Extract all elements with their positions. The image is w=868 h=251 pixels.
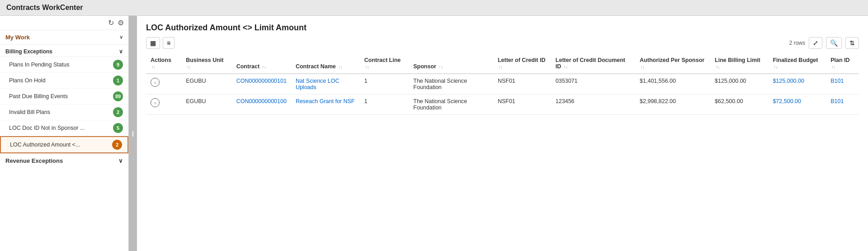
- revenue-exceptions-chevron: ∨: [118, 157, 123, 164]
- cell-letter_of_credit_doc_id-0: 0353071: [551, 74, 635, 95]
- cell-contract_name-0: Nat Science LOC Uploads: [291, 74, 360, 95]
- cell-contract-1: CON000000000100: [232, 95, 291, 115]
- contract-name-link-0[interactable]: Nat Science LOC Uploads: [296, 78, 340, 90]
- col-header-contract_line: Contract Line ↑↓: [360, 53, 409, 74]
- sidebar-items: Plans In Pending Status 9 Plans On Hold …: [0, 57, 128, 153]
- badge-loc-doc-id: 5: [113, 123, 123, 133]
- col-header-finalized_budget: Finalized Budget ↑↓: [768, 53, 826, 74]
- sort-arrows-business_unit[interactable]: ↑↓: [187, 65, 191, 69]
- sidebar-item-past-due[interactable]: Past Due Billing Events 89: [0, 89, 128, 104]
- sort-arrows-line_billing_limit[interactable]: ↑↓: [716, 65, 720, 69]
- sort-button[interactable]: ⇅: [845, 37, 859, 49]
- sort-arrows-sponsor[interactable]: ↑↓: [439, 65, 443, 69]
- cell-contract_line-0: 1: [360, 74, 409, 95]
- table-row: ○EGUBUCON000000000100Reseach Grant for N…: [146, 95, 859, 115]
- cell-contract-0: CON000000000101: [232, 74, 291, 95]
- col-header-contract: Contract ↑↓: [232, 53, 291, 74]
- toolbar: ▦ ≡ 2 rows ⤢ 🔍 ⇅: [146, 37, 859, 49]
- col-header-sponsor: Sponsor ↑↓: [409, 53, 493, 74]
- col-header-letter_of_credit_doc_id: Letter of Credit Document ID ↑↓: [551, 53, 635, 74]
- sort-arrows-letter_of_credit_id[interactable]: ↑↓: [499, 65, 503, 69]
- sidebar: ↻ ⚙ My Work ∨ Billing Exceptions ∨ Plans…: [0, 16, 129, 251]
- cell-plan_id-1: B101: [826, 95, 859, 115]
- cell-authorized_per_sponsor-1: $2,998,822.00: [635, 95, 710, 115]
- sidebar-item-loc-authorized[interactable]: LOC Authorized Amount <... 2: [0, 136, 128, 153]
- cell-sponsor-1: The National Science Foundation: [409, 95, 493, 115]
- sidebar-item-label-invalid-bill: Invalid Bill Plans: [9, 109, 113, 115]
- my-work-header[interactable]: My Work ∨: [0, 30, 128, 45]
- cell-plan_id-0: B101: [826, 74, 859, 95]
- sort-arrows-contract[interactable]: ↑↓: [262, 65, 266, 69]
- col-header-business_unit: Business Unit ↑↓: [181, 53, 232, 74]
- contract-link-1[interactable]: CON000000000100: [236, 98, 287, 104]
- col-header-actions: Actions ↑↓: [146, 53, 181, 74]
- cell-line_billing_limit-1: $62,500.00: [710, 95, 768, 115]
- cell-contract_name-1: Reseach Grant for NSF: [291, 95, 360, 115]
- col-header-contract_name: Contract Name ↑↓: [291, 53, 360, 74]
- plan-id-link-0[interactable]: B101: [830, 78, 844, 84]
- cell-line_billing_limit-0: $125,000.00: [710, 74, 768, 95]
- sidebar-item-label-plans-pending: Plans In Pending Status: [9, 62, 113, 68]
- expand-button[interactable]: ⤢: [809, 37, 822, 49]
- contract-name-link-1[interactable]: Reseach Grant for NSF: [296, 98, 355, 104]
- page-title: LOC Authorized Amount <> Limit Amount: [146, 23, 859, 33]
- col-header-authorized_per_sponsor: Authorized Per Sponsor ↑↓: [635, 53, 710, 74]
- search-button[interactable]: 🔍: [826, 37, 842, 49]
- revenue-exceptions-label: Revenue Exceptions: [5, 157, 63, 164]
- chart-button[interactable]: ▦: [146, 37, 160, 49]
- sidebar-item-loc-doc-id[interactable]: LOC Doc ID Not in Sponsor ... 5: [0, 120, 128, 136]
- badge-past-due: 89: [113, 91, 123, 101]
- cell-letter_of_credit_doc_id-1: 123456: [551, 95, 635, 115]
- sort-arrows-contract_line[interactable]: ↑↓: [365, 65, 369, 69]
- billing-exceptions-header[interactable]: Billing Exceptions ∨: [0, 45, 128, 57]
- filter-button[interactable]: ≡: [163, 37, 175, 49]
- sidebar-top-icons: ↻ ⚙: [0, 16, 128, 30]
- main-content: LOC Authorized Amount <> Limit Amount ▦ …: [137, 16, 868, 251]
- plan-id-link-1[interactable]: B101: [830, 98, 844, 104]
- cell-authorized_per_sponsor-0: $1,401,556.00: [635, 74, 710, 95]
- sort-arrows-finalized_budget[interactable]: ↑↓: [774, 65, 778, 69]
- badge-loc-authorized: 2: [112, 140, 122, 150]
- action-icon-0[interactable]: ○: [151, 78, 160, 87]
- finalized-budget-link-0[interactable]: $125,000.00: [773, 78, 804, 84]
- my-work-label: My Work: [5, 34, 30, 41]
- cell-finalized_budget-0: $125,000.00: [768, 74, 826, 95]
- sidebar-item-invalid-bill[interactable]: Invalid Bill Plans 2: [0, 104, 128, 120]
- table-header: Actions ↑↓Business Unit ↑↓Contract ↑↓Con…: [146, 53, 859, 74]
- billing-exceptions-chevron: ∨: [119, 48, 123, 55]
- sort-arrows-letter_of_credit_doc_id[interactable]: ↑↓: [564, 65, 568, 69]
- sort-arrows-contract_name[interactable]: ↑↓: [338, 65, 342, 69]
- contract-link-0[interactable]: CON000000000101: [236, 78, 287, 84]
- row-count: 2 rows: [789, 40, 805, 46]
- cell-letter_of_credit_id-0: NSF01: [493, 74, 551, 95]
- table-body: ○EGUBUCON000000000101Nat Science LOC Upl…: [146, 74, 859, 115]
- sort-arrows-authorized_per_sponsor[interactable]: ↑↓: [641, 65, 645, 69]
- toolbar-right: 2 rows ⤢ 🔍 ⇅: [789, 37, 859, 49]
- sidebar-item-label-plans-on-hold: Plans On Hold: [9, 77, 113, 84]
- settings-icon[interactable]: ⚙: [118, 19, 124, 27]
- action-icon-1[interactable]: ○: [151, 98, 160, 107]
- sidebar-item-plans-on-hold[interactable]: Plans On Hold 1: [0, 73, 128, 89]
- cell-actions-1[interactable]: ○: [146, 95, 181, 115]
- chart-icon: ▦: [150, 39, 156, 47]
- revenue-exceptions-header[interactable]: Revenue Exceptions ∨: [0, 153, 128, 168]
- cell-finalized_budget-1: $72,500.00: [768, 95, 826, 115]
- col-header-letter_of_credit_id: Letter of Credit ID ↑↓: [493, 53, 551, 74]
- cell-contract_line-1: 1: [360, 95, 409, 115]
- sidebar-item-plans-pending[interactable]: Plans In Pending Status 9: [0, 57, 128, 73]
- my-work-chevron: ∨: [119, 34, 123, 40]
- sort-arrows-plan_id[interactable]: ↑↓: [831, 65, 835, 69]
- col-header-plan_id: Plan ID ↑↓: [826, 53, 859, 74]
- sidebar-collapse-handle[interactable]: ❙: [129, 16, 137, 251]
- toolbar-left: ▦ ≡: [146, 37, 175, 49]
- refresh-icon[interactable]: ↻: [108, 19, 114, 27]
- col-header-line_billing_limit: Line Billing Limit ↑↓: [710, 53, 768, 74]
- sort-arrows-actions[interactable]: ↑↓: [151, 65, 156, 69]
- cell-actions-0[interactable]: ○: [146, 74, 181, 95]
- finalized-budget-link-1[interactable]: $72,500.00: [773, 98, 801, 104]
- cell-letter_of_credit_id-1: NSF01: [493, 95, 551, 115]
- billing-exceptions-label: Billing Exceptions: [5, 48, 52, 55]
- sidebar-item-label-past-due: Past Due Billing Events: [9, 93, 113, 99]
- filter-icon: ≡: [167, 39, 170, 47]
- cell-sponsor-0: The National Science Foundation: [409, 74, 493, 95]
